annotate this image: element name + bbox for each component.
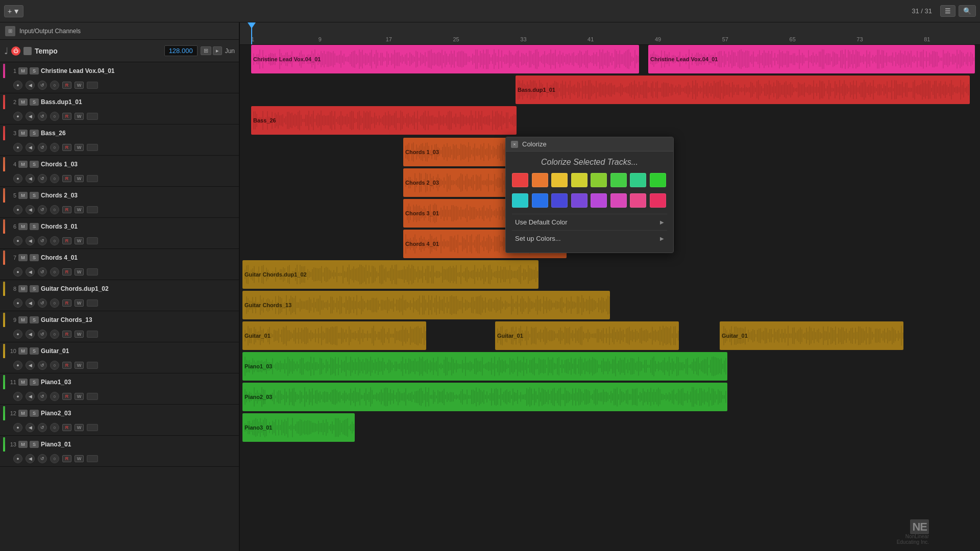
track-loop-btn-4[interactable]: ↺ bbox=[38, 174, 47, 183]
track-loop-btn-6[interactable]: ↺ bbox=[38, 236, 47, 245]
track-mute-btn-13[interactable]: M bbox=[18, 441, 28, 448]
track-solo-btn-6[interactable]: S bbox=[30, 223, 39, 230]
clip-15[interactable]: Piano3_01 bbox=[242, 413, 355, 442]
track-r-btn-11[interactable]: R bbox=[62, 393, 71, 400]
track-w-btn-1[interactable]: W bbox=[75, 82, 84, 89]
track-loop-btn-12[interactable]: ↺ bbox=[38, 423, 47, 432]
track-solo-btn-5[interactable]: S bbox=[30, 192, 39, 199]
track-pitch-btn-5[interactable]: ○ bbox=[50, 205, 59, 214]
track-mute-btn-7[interactable]: M bbox=[18, 254, 28, 261]
track-w-btn-11[interactable]: W bbox=[75, 393, 84, 400]
track-pitch-btn-4[interactable]: ○ bbox=[50, 174, 59, 183]
track-fader-btn-5[interactable] bbox=[87, 206, 98, 213]
track-mute-btn-12[interactable]: M bbox=[18, 410, 28, 417]
clip-14[interactable]: Piano2_03 bbox=[242, 383, 727, 411]
track-input-btn-1[interactable]: ◀ bbox=[26, 81, 35, 90]
track-pitch-btn-11[interactable]: ○ bbox=[50, 392, 59, 401]
track-mute-btn-4[interactable]: M bbox=[18, 161, 28, 168]
list-view-button[interactable]: ☰ bbox=[940, 5, 955, 17]
track-w-btn-10[interactable]: W bbox=[75, 362, 84, 369]
clip-12[interactable]: Guitar_01 bbox=[720, 321, 903, 350]
track-mute-btn-9[interactable]: M bbox=[18, 316, 28, 323]
track-pitch-btn-2[interactable]: ○ bbox=[50, 112, 59, 121]
track-input-btn-10[interactable]: ◀ bbox=[26, 361, 35, 370]
color-swatch-row1-5[interactable] bbox=[610, 173, 627, 187]
clip-3[interactable]: Bass_26 bbox=[251, 106, 517, 135]
track-rec-btn-8[interactable]: ● bbox=[13, 298, 22, 308]
clip-0[interactable]: Christine Lead Vox.04_01 bbox=[251, 45, 639, 73]
track-w-btn-7[interactable]: W bbox=[75, 268, 84, 276]
track-fader-btn-8[interactable] bbox=[87, 299, 98, 307]
track-pitch-btn-13[interactable]: ○ bbox=[50, 454, 59, 463]
track-fader-btn-13[interactable] bbox=[87, 455, 98, 462]
track-r-btn-12[interactable]: R bbox=[62, 424, 71, 431]
color-swatch-row2-7[interactable] bbox=[650, 193, 666, 208]
clip-11[interactable]: Guitar_01 bbox=[495, 321, 679, 350]
track-input-btn-9[interactable]: ◀ bbox=[26, 330, 35, 339]
track-mute-btn-11[interactable]: M bbox=[18, 379, 28, 386]
track-input-btn-3[interactable]: ◀ bbox=[26, 143, 35, 152]
track-rec-btn-7[interactable]: ● bbox=[13, 267, 22, 277]
color-swatch-row1-7[interactable] bbox=[650, 173, 666, 187]
track-w-btn-8[interactable]: W bbox=[75, 299, 84, 307]
track-r-btn-8[interactable]: R bbox=[62, 299, 71, 307]
track-fader-btn-4[interactable] bbox=[87, 175, 98, 182]
track-mute-btn-2[interactable]: M bbox=[18, 98, 28, 106]
track-pitch-btn-12[interactable]: ○ bbox=[50, 423, 59, 432]
track-input-btn-8[interactable]: ◀ bbox=[26, 298, 35, 308]
tempo-value[interactable]: 128.000 bbox=[164, 45, 198, 56]
track-w-btn-12[interactable]: W bbox=[75, 424, 84, 431]
track-r-btn-9[interactable]: R bbox=[62, 331, 71, 338]
colorize-selected-tracks-label[interactable]: Colorize Selected Tracks... bbox=[512, 158, 667, 167]
clip-9[interactable]: Guitar Chords_13 bbox=[242, 291, 610, 319]
add-button[interactable]: + ▼ bbox=[4, 5, 23, 17]
setup-colors-item[interactable]: Set up Colors... ▶ bbox=[512, 230, 667, 246]
track-solo-btn-8[interactable]: S bbox=[30, 285, 39, 292]
tempo-power-btn[interactable]: ⏻ bbox=[11, 46, 20, 56]
track-rec-btn-6[interactable]: ● bbox=[13, 236, 22, 245]
track-mute-btn-1[interactable]: M bbox=[18, 67, 28, 74]
track-w-btn-3[interactable]: W bbox=[75, 144, 84, 151]
color-swatch-row2-2[interactable] bbox=[551, 193, 568, 208]
color-swatch-row1-2[interactable] bbox=[551, 173, 568, 187]
track-fader-btn-10[interactable] bbox=[87, 362, 98, 369]
track-loop-btn-3[interactable]: ↺ bbox=[38, 143, 47, 152]
track-fader-btn-7[interactable] bbox=[87, 268, 98, 276]
track-rec-btn-2[interactable]: ● bbox=[13, 112, 22, 121]
track-r-btn-1[interactable]: R bbox=[62, 82, 71, 89]
track-r-btn-2[interactable]: R bbox=[62, 113, 71, 120]
track-w-btn-13[interactable]: W bbox=[75, 455, 84, 462]
track-r-btn-7[interactable]: R bbox=[62, 268, 71, 276]
track-fader-btn-9[interactable] bbox=[87, 331, 98, 338]
track-loop-btn-1[interactable]: ↺ bbox=[38, 81, 47, 90]
track-loop-btn-7[interactable]: ↺ bbox=[38, 267, 47, 277]
track-pitch-btn-7[interactable]: ○ bbox=[50, 267, 59, 277]
track-mute-btn-5[interactable]: M bbox=[18, 192, 28, 199]
track-pitch-btn-9[interactable]: ○ bbox=[50, 330, 59, 339]
track-input-btn-6[interactable]: ◀ bbox=[26, 236, 35, 245]
track-pitch-btn-10[interactable]: ○ bbox=[50, 361, 59, 370]
track-r-btn-4[interactable]: R bbox=[62, 175, 71, 182]
track-fader-btn-6[interactable] bbox=[87, 237, 98, 244]
track-mute-btn-6[interactable]: M bbox=[18, 223, 28, 230]
track-r-btn-5[interactable]: R bbox=[62, 206, 71, 213]
track-rec-btn-9[interactable]: ● bbox=[13, 330, 22, 339]
track-loop-btn-5[interactable]: ↺ bbox=[38, 205, 47, 214]
track-w-btn-5[interactable]: W bbox=[75, 206, 84, 213]
track-r-btn-13[interactable]: R bbox=[62, 455, 71, 462]
colorize-close-button[interactable]: × bbox=[511, 141, 518, 148]
color-swatch-row1-4[interactable] bbox=[591, 173, 607, 187]
track-fader-btn-1[interactable] bbox=[87, 82, 98, 89]
track-solo-btn-1[interactable]: S bbox=[30, 67, 39, 74]
tempo-expand-btn[interactable]: ⊞ bbox=[201, 46, 211, 55]
clip-2[interactable]: Bass.dup1_01 bbox=[516, 76, 970, 104]
track-mute-btn-8[interactable]: M bbox=[18, 285, 28, 292]
use-default-color-item[interactable]: Use Default Color ▶ bbox=[512, 214, 667, 230]
track-solo-btn-11[interactable]: S bbox=[30, 379, 39, 386]
track-mute-btn-10[interactable]: M bbox=[18, 347, 28, 355]
color-swatch-row2-5[interactable] bbox=[610, 193, 627, 208]
track-rec-btn-3[interactable]: ● bbox=[13, 143, 22, 152]
track-input-btn-7[interactable]: ◀ bbox=[26, 267, 35, 277]
track-loop-btn-11[interactable]: ↺ bbox=[38, 392, 47, 401]
track-pitch-btn-6[interactable]: ○ bbox=[50, 236, 59, 245]
